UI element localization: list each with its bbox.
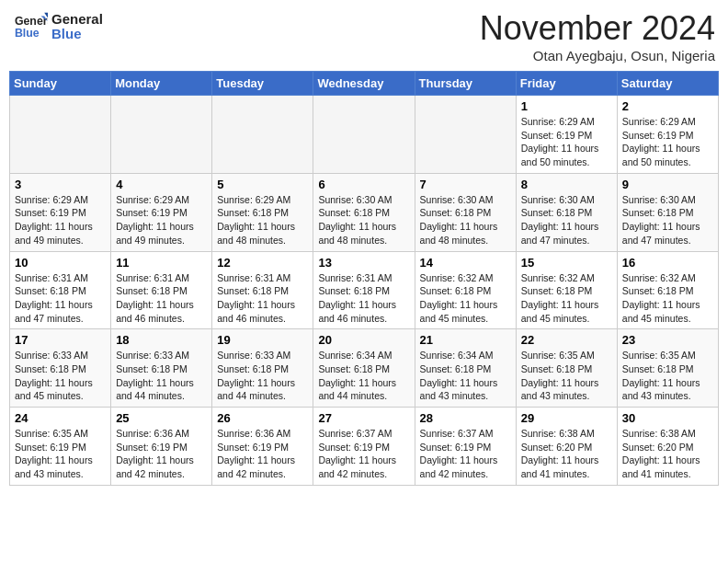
logo-icon: General Blue xyxy=(13,9,48,44)
day-info: Sunrise: 6:37 AMSunset: 6:19 PMDaylight:… xyxy=(318,427,409,481)
calendar-header-row: SundayMondayTuesdayWednesdayThursdayFrid… xyxy=(10,72,719,96)
day-info: Sunrise: 6:38 AMSunset: 6:20 PMDaylight:… xyxy=(622,427,713,481)
day-number: 30 xyxy=(622,411,713,425)
calendar-week-5: 24Sunrise: 6:35 AMSunset: 6:19 PMDayligh… xyxy=(10,408,719,486)
day-info: Sunrise: 6:31 AMSunset: 6:18 PMDaylight:… xyxy=(15,271,106,326)
calendar-cell: 29Sunrise: 6:38 AMSunset: 6:20 PMDayligh… xyxy=(516,408,617,486)
day-number: 6 xyxy=(318,178,409,191)
calendar-cell: 8Sunrise: 6:30 AMSunset: 6:18 PMDaylight… xyxy=(516,173,617,251)
day-number: 27 xyxy=(318,411,409,425)
day-info: Sunrise: 6:32 AMSunset: 6:18 PMDaylight:… xyxy=(622,271,713,326)
day-number: 29 xyxy=(521,411,612,425)
day-info: Sunrise: 6:29 AMSunset: 6:19 PMDaylight:… xyxy=(116,193,207,247)
logo: General Blue General Blue xyxy=(13,9,103,44)
day-number: 10 xyxy=(15,256,106,270)
calendar-cell xyxy=(415,96,516,174)
calendar-cell: 4Sunrise: 6:29 AMSunset: 6:19 PMDaylight… xyxy=(111,173,212,251)
weekday-header-sunday: Sunday xyxy=(10,72,111,96)
day-number: 4 xyxy=(116,178,207,191)
calendar-cell: 18Sunrise: 6:33 AMSunset: 6:18 PMDayligh… xyxy=(111,329,212,408)
calendar-cell: 10Sunrise: 6:31 AMSunset: 6:18 PMDayligh… xyxy=(10,251,111,329)
calendar-cell: 23Sunrise: 6:35 AMSunset: 6:18 PMDayligh… xyxy=(617,329,718,408)
day-number: 20 xyxy=(318,333,409,347)
day-number: 7 xyxy=(420,178,511,191)
day-info: Sunrise: 6:32 AMSunset: 6:18 PMDaylight:… xyxy=(420,271,511,326)
calendar-cell: 17Sunrise: 6:33 AMSunset: 6:18 PMDayligh… xyxy=(10,329,111,408)
day-number: 25 xyxy=(116,411,207,425)
weekday-header-monday: Monday xyxy=(111,72,212,96)
weekday-header-saturday: Saturday xyxy=(617,72,718,96)
day-number: 22 xyxy=(521,333,612,347)
calendar-cell: 26Sunrise: 6:36 AMSunset: 6:19 PMDayligh… xyxy=(212,408,313,486)
page-header: General Blue General Blue November 2024 … xyxy=(9,9,719,63)
day-number: 28 xyxy=(420,411,511,425)
day-number: 9 xyxy=(622,178,713,191)
calendar-cell: 30Sunrise: 6:38 AMSunset: 6:20 PMDayligh… xyxy=(617,408,718,486)
logo-blue: Blue xyxy=(51,27,103,42)
calendar-cell: 27Sunrise: 6:37 AMSunset: 6:19 PMDayligh… xyxy=(313,408,415,486)
calendar-cell: 16Sunrise: 6:32 AMSunset: 6:18 PMDayligh… xyxy=(617,251,718,329)
calendar-week-2: 3Sunrise: 6:29 AMSunset: 6:19 PMDaylight… xyxy=(10,173,719,251)
day-number: 15 xyxy=(521,256,612,270)
day-info: Sunrise: 6:37 AMSunset: 6:19 PMDaylight:… xyxy=(420,427,511,481)
day-number: 5 xyxy=(217,178,308,191)
day-number: 26 xyxy=(217,411,308,425)
day-info: Sunrise: 6:30 AMSunset: 6:18 PMDaylight:… xyxy=(318,193,409,247)
weekday-header-tuesday: Tuesday xyxy=(212,72,313,96)
day-info: Sunrise: 6:31 AMSunset: 6:18 PMDaylight:… xyxy=(217,271,308,326)
calendar-cell xyxy=(10,96,111,174)
day-number: 12 xyxy=(217,256,308,270)
day-number: 18 xyxy=(116,333,207,347)
calendar-cell xyxy=(313,96,415,174)
day-info: Sunrise: 6:29 AMSunset: 6:18 PMDaylight:… xyxy=(217,193,308,247)
title-block: November 2024 Otan Ayegbaju, Osun, Niger… xyxy=(480,9,715,63)
calendar-cell: 3Sunrise: 6:29 AMSunset: 6:19 PMDaylight… xyxy=(10,173,111,251)
calendar-cell: 6Sunrise: 6:30 AMSunset: 6:18 PMDaylight… xyxy=(313,173,415,251)
day-info: Sunrise: 6:29 AMSunset: 6:19 PMDaylight:… xyxy=(521,115,612,169)
calendar-cell: 9Sunrise: 6:30 AMSunset: 6:18 PMDaylight… xyxy=(617,173,718,251)
calendar-week-3: 10Sunrise: 6:31 AMSunset: 6:18 PMDayligh… xyxy=(10,251,719,329)
day-number: 16 xyxy=(622,256,713,270)
day-info: Sunrise: 6:34 AMSunset: 6:18 PMDaylight:… xyxy=(318,349,409,403)
day-number: 24 xyxy=(15,411,106,425)
day-info: Sunrise: 6:32 AMSunset: 6:18 PMDaylight:… xyxy=(521,271,612,326)
calendar-cell xyxy=(212,96,313,174)
day-info: Sunrise: 6:34 AMSunset: 6:18 PMDaylight:… xyxy=(420,349,511,403)
calendar-cell: 7Sunrise: 6:30 AMSunset: 6:18 PMDaylight… xyxy=(415,173,516,251)
day-number: 19 xyxy=(217,333,308,347)
day-info: Sunrise: 6:33 AMSunset: 6:18 PMDaylight:… xyxy=(116,349,207,403)
calendar-week-1: 1Sunrise: 6:29 AMSunset: 6:19 PMDaylight… xyxy=(10,96,719,174)
location-subtitle: Otan Ayegbaju, Osun, Nigeria xyxy=(480,48,715,63)
calendar-cell: 2Sunrise: 6:29 AMSunset: 6:19 PMDaylight… xyxy=(617,96,718,174)
weekday-header-thursday: Thursday xyxy=(415,72,516,96)
day-number: 1 xyxy=(521,99,612,113)
day-number: 11 xyxy=(116,256,207,270)
day-info: Sunrise: 6:33 AMSunset: 6:18 PMDaylight:… xyxy=(15,349,106,403)
calendar-cell: 25Sunrise: 6:36 AMSunset: 6:19 PMDayligh… xyxy=(111,408,212,486)
day-info: Sunrise: 6:30 AMSunset: 6:18 PMDaylight:… xyxy=(622,193,713,247)
calendar-cell: 28Sunrise: 6:37 AMSunset: 6:19 PMDayligh… xyxy=(415,408,516,486)
calendar-cell: 22Sunrise: 6:35 AMSunset: 6:18 PMDayligh… xyxy=(516,329,617,408)
day-number: 21 xyxy=(420,333,511,347)
day-info: Sunrise: 6:31 AMSunset: 6:18 PMDaylight:… xyxy=(318,271,409,326)
day-info: Sunrise: 6:35 AMSunset: 6:18 PMDaylight:… xyxy=(521,349,612,403)
day-number: 17 xyxy=(15,333,106,347)
calendar-cell: 5Sunrise: 6:29 AMSunset: 6:18 PMDaylight… xyxy=(212,173,313,251)
day-info: Sunrise: 6:30 AMSunset: 6:18 PMDaylight:… xyxy=(420,193,511,247)
weekday-header-friday: Friday xyxy=(516,72,617,96)
calendar-cell: 1Sunrise: 6:29 AMSunset: 6:19 PMDaylight… xyxy=(516,96,617,174)
calendar-cell: 14Sunrise: 6:32 AMSunset: 6:18 PMDayligh… xyxy=(415,251,516,329)
day-number: 23 xyxy=(622,333,713,347)
calendar-cell: 20Sunrise: 6:34 AMSunset: 6:18 PMDayligh… xyxy=(313,329,415,408)
calendar-cell: 11Sunrise: 6:31 AMSunset: 6:18 PMDayligh… xyxy=(111,251,212,329)
calendar-cell: 12Sunrise: 6:31 AMSunset: 6:18 PMDayligh… xyxy=(212,251,313,329)
calendar-table: SundayMondayTuesdayWednesdayThursdayFrid… xyxy=(9,71,719,486)
day-info: Sunrise: 6:35 AMSunset: 6:19 PMDaylight:… xyxy=(15,427,106,481)
logo-general: General xyxy=(51,12,103,28)
day-info: Sunrise: 6:30 AMSunset: 6:18 PMDaylight:… xyxy=(521,193,612,247)
calendar-week-4: 17Sunrise: 6:33 AMSunset: 6:18 PMDayligh… xyxy=(10,329,719,408)
day-info: Sunrise: 6:29 AMSunset: 6:19 PMDaylight:… xyxy=(15,193,106,247)
day-info: Sunrise: 6:36 AMSunset: 6:19 PMDaylight:… xyxy=(217,427,308,481)
day-number: 3 xyxy=(15,178,106,191)
day-number: 2 xyxy=(622,99,713,113)
